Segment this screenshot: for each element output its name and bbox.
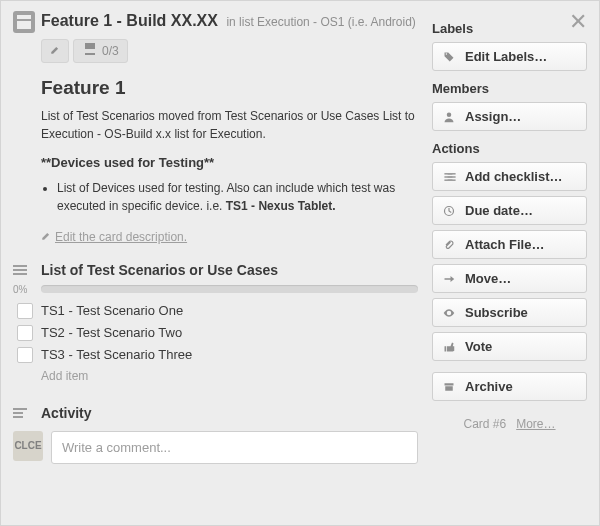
checklist-item-label: TS2 - Test Scenario Two (41, 325, 182, 340)
paperclip-icon (443, 239, 459, 251)
svg-rect-2 (445, 383, 454, 385)
actions-heading: Actions (432, 141, 587, 156)
assign-button[interactable]: Assign… (432, 102, 587, 131)
card-icon (13, 11, 35, 33)
edit-labels-button[interactable]: Edit Labels… (432, 42, 587, 71)
archive-button[interactable]: Archive (432, 372, 587, 401)
description: Feature 1 List of Test Scenarios moved f… (41, 77, 418, 215)
thumbs-up-icon (443, 341, 459, 353)
tag-icon (443, 51, 459, 63)
attach-file-button[interactable]: Attach File… (432, 230, 587, 259)
archive-icon (443, 381, 459, 393)
activity-title: Activity (41, 405, 92, 421)
card-header: Feature 1 - Build XX.XX in list Executio… (13, 11, 418, 33)
move-button[interactable]: Move… (432, 264, 587, 293)
checkbox[interactable] (17, 347, 33, 363)
badges: 0/3 (41, 39, 418, 63)
activity-row: CLCE Write a comment... (13, 431, 418, 464)
vote-button[interactable]: Vote (432, 332, 587, 361)
arrow-right-icon (443, 273, 459, 285)
checklist-title: List of Test Scenarios or Use Cases (41, 262, 278, 278)
description-title: Feature 1 (41, 77, 418, 99)
checklist-item[interactable]: TS1 - Test Scenario One (13, 303, 418, 319)
close-icon[interactable]: ✕ (569, 9, 587, 35)
subscribe-button[interactable]: Subscribe (432, 298, 587, 327)
checklist-pill[interactable]: 0/3 (73, 39, 128, 63)
card-sidebar: Labels Edit Labels… Members Assign… Acti… (432, 11, 587, 464)
add-checklist-button[interactable]: Add checklist… (432, 162, 587, 191)
due-date-button[interactable]: Due date… (432, 196, 587, 225)
progress-bar (41, 285, 418, 293)
checklist-item[interactable]: TS2 - Test Scenario Two (13, 325, 418, 341)
card-footer: Card #6 More… (432, 417, 587, 431)
card-number: Card #6 (463, 417, 506, 431)
more-link[interactable]: More… (516, 417, 555, 431)
checklist-section-header: List of Test Scenarios or Use Cases (13, 262, 418, 278)
checklist-item-label: TS1 - Test Scenario One (41, 303, 183, 318)
edit-description-link[interactable]: Edit the card description. (41, 230, 187, 244)
devices-item: List of Devices used for testing. Also c… (57, 179, 418, 215)
checkbox[interactable] (17, 325, 33, 341)
checklist-percent: 0% (13, 284, 41, 295)
checklist-count: 0/3 (102, 44, 119, 58)
add-checklist-item[interactable]: Add item (41, 369, 418, 383)
checklist-icon (13, 264, 27, 276)
eye-icon (443, 307, 459, 319)
members-heading: Members (432, 81, 587, 96)
labels-heading: Labels (432, 21, 587, 36)
person-icon (443, 111, 459, 123)
activity-icon (13, 407, 27, 419)
checklist-progress: 0% (13, 284, 418, 295)
activity-section-header: Activity (13, 405, 418, 421)
clock-icon (443, 205, 459, 217)
card-main: Feature 1 - Build XX.XX in list Executio… (13, 11, 432, 464)
avatar[interactable]: CLCE (13, 431, 43, 461)
checklist-item[interactable]: TS3 - Test Scenario Three (13, 347, 418, 363)
svg-point-0 (447, 112, 452, 117)
card-title[interactable]: Feature 1 - Build XX.XX (41, 12, 218, 29)
description-body: List of Test Scenarios moved from Test S… (41, 107, 418, 143)
devices-heading: **Devices used for Testing** (41, 153, 418, 173)
comment-input[interactable]: Write a comment... (51, 431, 418, 464)
checkbox[interactable] (17, 303, 33, 319)
description-pill[interactable] (41, 39, 69, 63)
pencil-icon (50, 44, 60, 58)
card-inlist: in list Execution - OS1 (i.e. Android) (226, 15, 415, 29)
checklist-item-label: TS3 - Test Scenario Three (41, 347, 192, 362)
card-window: ✕ Feature 1 - Build XX.XX in list Execut… (0, 0, 600, 526)
pencil-icon (41, 230, 51, 244)
checklist-icon (443, 171, 459, 183)
